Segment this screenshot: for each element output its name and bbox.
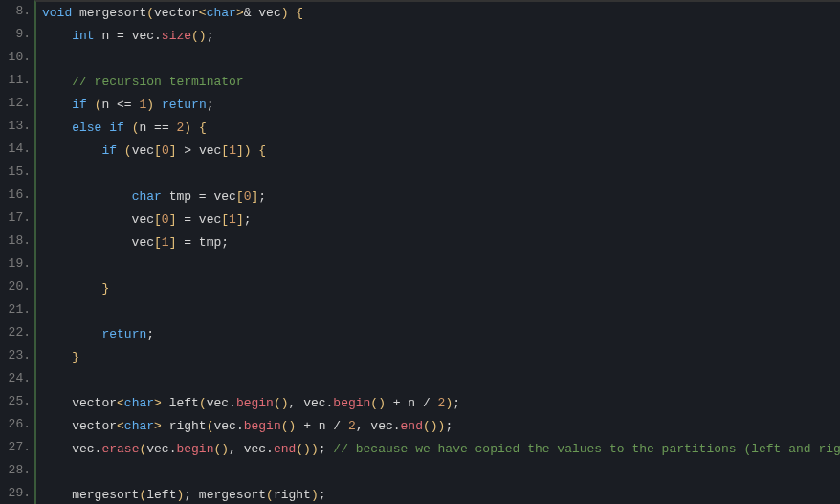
code-line[interactable]: vec[1] = tmp;: [42, 231, 840, 254]
line-number: 13.: [0, 115, 31, 138]
token: , vec.: [356, 419, 401, 433]
token: ]: [169, 143, 177, 158]
code-line[interactable]: mergesort(left); mergesort(right);: [42, 484, 840, 504]
code-line[interactable]: [42, 163, 840, 186]
token: 2: [348, 419, 356, 433]
code-line[interactable]: char tmp = vec[0];: [42, 186, 840, 208]
line-number: 22.: [0, 321, 31, 344]
token: ]: [236, 212, 244, 227]
token: = tmp: [176, 235, 221, 250]
token: ;: [453, 396, 460, 410]
token: [42, 29, 72, 43]
line-number: 21.: [0, 298, 31, 321]
token: vec: [42, 212, 154, 227]
token: char: [124, 396, 154, 410]
token: ;: [445, 419, 453, 433]
code-line[interactable]: vec.erase(vec.begin(), vec.end()); // be…: [42, 438, 840, 461]
token: // because we have copied the values to …: [333, 442, 840, 456]
token: (): [274, 396, 289, 410]
code-line[interactable]: vector<char> right(vec.begin() + n / 2, …: [42, 415, 840, 438]
code-line[interactable]: void mergesort(vector<char>& vec) {: [42, 2, 840, 25]
code-line[interactable]: if (vec[0] > vec[1]) {: [42, 140, 840, 163]
token: [: [154, 235, 162, 250]
token: (): [281, 419, 297, 433]
token: end: [401, 419, 423, 433]
token: vec: [42, 235, 154, 250]
token: size: [162, 29, 191, 43]
code-line[interactable]: [42, 254, 840, 277]
line-number: 28.: [0, 459, 31, 482]
token: [42, 189, 132, 204]
token: vec.: [42, 442, 101, 456]
token: ;: [258, 189, 266, 204]
token: char: [132, 189, 162, 204]
line-number: 27.: [0, 436, 31, 459]
token: right: [274, 488, 311, 502]
line-number: 14.: [0, 138, 31, 161]
token: 0: [162, 143, 169, 158]
token: , vec.: [229, 442, 274, 456]
token: ): [184, 121, 191, 135]
token: >: [154, 419, 162, 433]
token: [42, 143, 101, 158]
token: vector: [42, 396, 117, 410]
token: vec.: [146, 442, 176, 456]
token: 1: [229, 143, 236, 158]
code-line[interactable]: if (n <= 1) return;: [42, 94, 840, 117]
token: >: [236, 6, 244, 20]
token: [154, 98, 162, 112]
code-line[interactable]: int n = vec.size();: [42, 25, 840, 48]
token: + n /: [296, 419, 348, 433]
token: [: [154, 212, 162, 227]
token: [: [221, 143, 229, 158]
code-line[interactable]: vec[0] = vec[1];: [42, 208, 840, 231]
token: ): [146, 98, 154, 112]
token: ): [281, 6, 289, 20]
code-line[interactable]: return;: [42, 323, 840, 346]
token: [: [221, 212, 229, 227]
token: [42, 281, 101, 296]
line-number: 10.: [0, 46, 31, 69]
token: void: [42, 6, 72, 20]
code-editor: 8.9.10.11.12.13.14.15.16.17.18.19.20.21.…: [0, 0, 840, 504]
token: if: [109, 121, 124, 135]
code-line[interactable]: vector<char> left(vec.begin(), vec.begin…: [42, 392, 840, 415]
code-line[interactable]: [42, 300, 840, 323]
token: ;: [207, 29, 214, 43]
token: > vec: [177, 143, 222, 158]
token: }: [101, 281, 109, 296]
token: left: [146, 488, 176, 502]
code-line[interactable]: [42, 369, 840, 392]
token: + n /: [386, 396, 438, 410]
code-line[interactable]: else if (n == 2) {: [42, 117, 840, 140]
token: (: [146, 6, 154, 20]
token: <: [199, 6, 207, 20]
token: }: [72, 350, 79, 364]
token: ;: [244, 212, 252, 227]
token: = vec: [176, 212, 221, 227]
code-line[interactable]: }: [42, 346, 840, 369]
token: n = vec.: [95, 29, 162, 43]
token: left: [162, 396, 199, 410]
code-line[interactable]: [42, 461, 840, 484]
token: tmp = vec: [162, 189, 236, 204]
token: n ==: [139, 121, 176, 135]
line-number: 26.: [0, 413, 31, 436]
token: [: [154, 143, 162, 158]
token: >: [154, 396, 162, 410]
token: mergesort: [42, 488, 139, 502]
token: [: [236, 189, 244, 204]
token: (): [213, 442, 229, 456]
line-number: 24.: [0, 367, 31, 390]
code-area[interactable]: void mergesort(vector<char>& vec) { int …: [34, 0, 840, 504]
token: // recursion terminator: [72, 75, 243, 89]
token: <: [117, 419, 124, 433]
code-line[interactable]: [42, 48, 840, 71]
token: ]): [236, 143, 252, 158]
line-number: 16.: [0, 184, 31, 207]
line-number: 23.: [0, 344, 31, 367]
code-line[interactable]: }: [42, 277, 840, 300]
code-line[interactable]: // recursion terminator: [42, 71, 840, 94]
token: else: [72, 121, 101, 135]
line-number: 15.: [0, 161, 31, 184]
